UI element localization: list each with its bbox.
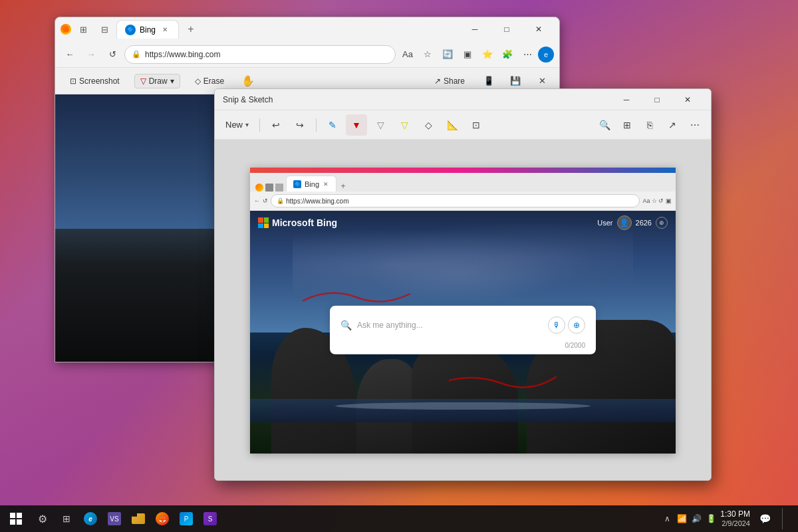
battery-icon[interactable]: 🔋 (706, 513, 716, 524)
split-view-icon[interactable]: ▣ (458, 45, 477, 64)
erase-button[interactable]: ◇ Erase (188, 74, 231, 88)
screenshot-button[interactable]: ⊡ Screenshot (63, 74, 126, 88)
snip-minimize-button[interactable]: ─ (611, 89, 642, 110)
preview-address-bar-row: ← ↺ 🔒 https://www.bing.com Aa ☆ ↺ ▣ (250, 192, 676, 210)
vscode-taskbar-item[interactable]: VS (104, 508, 125, 529)
touch-select-tool[interactable]: ✎ (322, 114, 343, 136)
read-mode-icon[interactable]: Aa (398, 45, 417, 64)
preview-profile-icon (255, 184, 263, 192)
system-tray: ∧ 📶 🔊 🔋 1:30 PM 2/9/2024 💬 (662, 508, 793, 529)
eraser-tool[interactable]: ◇ (418, 114, 439, 136)
phone-icon[interactable]: 📱 (479, 72, 498, 90)
extensions-icon[interactable]: 🧩 (498, 45, 517, 64)
new-tab-button[interactable]: + (182, 20, 200, 39)
highlighter-tool[interactable]: ▽ (394, 114, 415, 136)
maximize-button[interactable]: □ (491, 19, 522, 40)
refresh-button[interactable]: ↺ (103, 45, 122, 64)
back-button[interactable]: ← (61, 45, 79, 64)
crop-tool[interactable]: ⊡ (466, 114, 487, 136)
pencil-tool[interactable]: ▽ (370, 114, 391, 136)
screenshot-preview: 🔷 Bing ✕ + ← ↺ 🔒 https://www.bing (250, 168, 676, 454)
explorer-taskbar-item[interactable] (128, 508, 149, 529)
bing-logo: Microsoft Bing (258, 217, 337, 228)
toolbar-separator-1 (259, 118, 260, 132)
snip-close-button[interactable]: ✕ (672, 89, 703, 110)
edge-profile-icon[interactable] (61, 24, 71, 35)
touch-draw-button[interactable]: ✋ (239, 72, 257, 90)
taskbar-items: ⚙ ⊞ e VS 🦊 P S (27, 508, 662, 529)
draw-button[interactable]: ▽ Draw ▾ (134, 74, 180, 88)
lock-icon: 🔒 (132, 50, 141, 59)
preview-tab-title: Bing (305, 180, 319, 188)
network-icon[interactable]: 📶 (676, 513, 687, 524)
bing-search-inner: 🔍 Ask me anything... 🎙 ⊕ (340, 317, 585, 339)
ruler-tool[interactable]: 📐 (442, 114, 463, 136)
bing-user-avatar: 👤 (617, 215, 632, 230)
svg-point-0 (63, 26, 69, 33)
preview-browser-window: 🔷 Bing ✕ + ← ↺ 🔒 https://www.bing (250, 168, 676, 454)
forward-button[interactable]: → (82, 45, 100, 64)
ballpoint-pen-tool[interactable]: ▼ (346, 114, 367, 136)
app2-icon: S (203, 512, 217, 525)
edge-sidebar-toggle[interactable]: ⊞ (74, 20, 92, 39)
snip-maximize-button[interactable]: □ (642, 89, 672, 110)
bing-search-container: 🔍 Ask me anything... 🎙 ⊕ 0/2000 (330, 306, 596, 354)
snip-new-button[interactable]: New ▾ (220, 117, 254, 132)
copy-button[interactable]: ⎘ (639, 114, 660, 136)
draw-icon: ▽ (140, 76, 146, 86)
redo-button[interactable]: ↪ (289, 114, 311, 136)
fit-page-button[interactable]: ⊞ (616, 114, 638, 136)
taskview-taskbar-item[interactable]: ⊞ (56, 508, 77, 529)
save-icon[interactable]: 💾 (506, 72, 525, 90)
bing-favicon: 🔷 (125, 25, 136, 35)
erase-label: Erase (203, 76, 224, 86)
show-desktop-button[interactable] (782, 508, 787, 529)
more-menu-icon[interactable]: ⋯ (518, 45, 537, 64)
firefox-taskbar-item[interactable]: 🦊 (152, 508, 173, 529)
app2-taskbar-item[interactable]: S (200, 508, 221, 529)
snip-sketch-window: Snip & Sketch ─ □ ✕ New ▾ ↩ ↪ ✎ ▼ ▽ ▽ ◇ … (214, 88, 712, 481)
bing-background: Microsoft Bing User 👤 2626 ⊕ (250, 211, 676, 454)
tab-close-button[interactable]: ✕ (160, 25, 170, 35)
voice-search-button[interactable]: 🎙 (548, 317, 565, 334)
zoom-in-button[interactable]: 🔍 (594, 114, 615, 136)
edge-icon: e (84, 512, 97, 525)
app1-taskbar-item[interactable]: P (176, 508, 197, 529)
chevron-up-icon[interactable]: ∧ (662, 513, 672, 524)
settings-icon: ⚙ (38, 513, 47, 525)
edge-active-tab[interactable]: 🔷 Bing ✕ (116, 20, 179, 39)
bing-user-points: 2626 (636, 219, 652, 227)
address-bar[interactable]: 🔒 https://www.bing.com (124, 45, 396, 64)
favorites-icon[interactable]: ☆ (418, 45, 437, 64)
preview-browser-chrome: 🔷 Bing ✕ + ← ↺ 🔒 https://www.bing (250, 173, 676, 211)
bing-user-label: User (597, 219, 612, 227)
collections-icon[interactable]: ⭐ (478, 45, 497, 64)
tab-title: Bing (140, 25, 156, 35)
edge-tab-area: ⊞ ⊟ 🔷 Bing ✕ + (61, 17, 460, 41)
more-options-button[interactable]: ⋯ (684, 114, 706, 136)
start-button[interactable] (5, 508, 27, 529)
edge-window-controls: ─ □ ✕ (460, 19, 554, 40)
close-button[interactable]: ✕ (523, 19, 554, 40)
refresh-icon[interactable]: 🔄 (438, 45, 457, 64)
url-text: https://www.bing.com (145, 50, 220, 59)
app1-icon: P (180, 512, 193, 525)
close-screenshot-icon[interactable]: ✕ (533, 72, 551, 90)
minimize-button[interactable]: ─ (460, 19, 490, 40)
screenshot-label: Screenshot (79, 76, 120, 86)
share-button[interactable]: ↗ Share (428, 74, 471, 88)
notifications-button[interactable]: 💬 (754, 508, 775, 529)
sound-icon[interactable]: 🔊 (691, 513, 702, 524)
undo-button[interactable]: ↩ (265, 114, 287, 136)
preview-back-btn: ← (254, 198, 260, 204)
clock-display[interactable]: 1:30 PM 2/9/2024 (720, 509, 750, 528)
preview-gradient-bar (250, 168, 676, 173)
settings-taskbar-item[interactable]: ⚙ (32, 508, 53, 529)
preview-tab-close: ✕ (323, 181, 329, 188)
edge-profile-btn[interactable]: e (538, 47, 554, 63)
image-search-button[interactable]: ⊕ (568, 317, 585, 334)
edge-taskbar-item[interactable]: e (80, 508, 101, 529)
share-snip-button[interactable]: ↗ (662, 114, 683, 136)
edge-tab-search[interactable]: ⊟ (95, 20, 114, 39)
screenshot-icon: ⊡ (70, 76, 76, 86)
